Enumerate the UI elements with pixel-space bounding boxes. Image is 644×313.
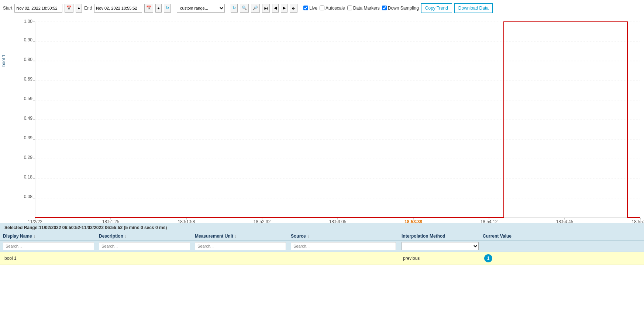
live-checkbox-group: Live [303, 6, 317, 11]
header-current-value: Current Value [483, 234, 557, 239]
end-clock-btn[interactable]: ● [155, 4, 162, 13]
search-display-name[interactable] [3, 242, 94, 250]
end-calendar-btn[interactable]: 📅 [144, 4, 153, 13]
download-data-button[interactable]: Download Data [454, 3, 493, 13]
svg-text:18:51:58: 18:51:58 [178, 219, 195, 223]
data-markers-checkbox[interactable] [347, 6, 352, 10]
header-description: Description ↕ [99, 234, 195, 239]
cell-current-value: 1 [483, 254, 557, 263]
last-btn[interactable]: ⏭ [290, 4, 297, 13]
zoom-in-btn[interactable]: 🔍 [240, 4, 249, 13]
search-interpolation-cell: previous linear [402, 242, 483, 250]
start-clock-btn[interactable]: ● [76, 4, 82, 13]
svg-text:18:51:25: 18:51:25 [102, 219, 120, 223]
cell-display-name: bool 1 [3, 255, 99, 262]
search-description[interactable] [99, 242, 190, 250]
down-sampling-checkbox[interactable] [382, 6, 387, 10]
table-section: Display Name ↕ Description ↕ Measurement… [0, 232, 644, 265]
sort-icon-source[interactable]: ↕ [307, 234, 309, 238]
search-source[interactable] [291, 242, 396, 250]
svg-text:18:55:18: 18:55:18 [632, 219, 644, 223]
header-source: Source ↕ [291, 234, 402, 239]
zoom-out-btn[interactable]: 🔎 [251, 4, 260, 13]
svg-text:0.80: 0.80 [24, 57, 33, 62]
svg-text:0.39: 0.39 [24, 135, 33, 140]
autoscale-checkbox-group: Autoscale [320, 6, 345, 11]
info-bar: Selected Range: 11/02/2022 06:50:52 - 11… [0, 223, 644, 232]
search-description-cell [99, 242, 195, 250]
refresh-btn[interactable]: ↻ [231, 4, 238, 13]
svg-text:0.90: 0.90 [24, 37, 33, 42]
sort-icon-description[interactable]: ↕ [125, 234, 127, 238]
info-prefix: Selected Range: [4, 225, 39, 230]
cell-measurement-unit [195, 258, 291, 259]
range-select[interactable]: custom range... [177, 4, 225, 13]
svg-text:18:54:45: 18:54:45 [556, 219, 574, 223]
down-sampling-checkbox-group: Down Sampling [382, 6, 419, 11]
table-row: bool 1 previous 1 [0, 252, 644, 265]
toolbar: Start 📅 ● End 📅 ● ↻ custom range... ↻ 🔍 … [0, 0, 644, 16]
svg-text:18:52:32: 18:52:32 [254, 219, 271, 223]
search-source-cell [291, 242, 402, 250]
header-display-name: Display Name ↕ [3, 234, 99, 239]
table-header-row: Display Name ↕ Description ↕ Measurement… [0, 232, 644, 241]
sort-icon-display-name[interactable]: ↕ [34, 234, 35, 238]
start-calendar-btn[interactable]: 📅 [65, 4, 73, 13]
svg-text:0.69: 0.69 [24, 76, 33, 82]
svg-text:18:54:12: 18:54:12 [481, 219, 498, 223]
sort-icon-measurement-unit[interactable]: ↕ [235, 234, 237, 238]
svg-text:11/2/22: 11/2/22 [28, 219, 42, 223]
svg-text:0.29: 0.29 [24, 155, 33, 160]
copy-trend-button[interactable]: Copy Trend [421, 3, 452, 13]
search-display-name-cell [3, 242, 99, 250]
chart-svg: bool 1 1.00 0.90 0.80 0.69 0.59 0.49 0.3… [0, 16, 644, 223]
end-datetime-input[interactable] [94, 4, 142, 13]
header-interpolation-method: Interpolation Method [402, 234, 483, 239]
search-current-value-cell [483, 242, 557, 250]
data-markers-checkbox-group: Data Markers [347, 6, 380, 11]
prev-btn[interactable]: ◀ [272, 4, 279, 13]
data-markers-label[interactable]: Data Markers [353, 6, 380, 11]
svg-text:0.18: 0.18 [24, 174, 33, 180]
live-label[interactable]: Live [309, 6, 317, 11]
apply-btn[interactable]: ↻ [164, 4, 171, 13]
chart-container: bool 1 1.00 0.90 0.80 0.69 0.59 0.49 0.3… [0, 16, 644, 223]
autoscale-label[interactable]: Autoscale [326, 6, 345, 11]
cell-source [291, 258, 402, 259]
svg-text:0.59: 0.59 [24, 96, 33, 101]
header-measurement-unit: Measurement Unit ↕ [195, 234, 291, 239]
svg-text:18:53:05: 18:53:05 [329, 219, 347, 223]
live-checkbox[interactable] [303, 6, 308, 10]
svg-text:18:53:38: 18:53:38 [404, 219, 422, 223]
start-datetime-input[interactable] [14, 4, 62, 13]
cell-description [99, 258, 195, 259]
info-range-end: 11/02/2022 06:55:52 [82, 225, 123, 230]
down-sampling-label[interactable]: Down Sampling [388, 6, 419, 11]
current-value-badge: 1 [484, 254, 492, 262]
info-range-start: 11/02/2022 06:50:52 [39, 225, 80, 230]
info-duration: (5 mins 0 secs 0 ms) [124, 225, 167, 230]
first-btn[interactable]: ⏮ [262, 4, 270, 13]
end-label: End [84, 6, 92, 11]
y-axis-label: bool 1 [1, 54, 6, 67]
svg-text:0.08: 0.08 [24, 194, 33, 199]
svg-text:0.49: 0.49 [24, 116, 33, 121]
search-row: previous linear [0, 241, 644, 252]
next-btn[interactable]: ▶ [281, 4, 287, 13]
cell-interpolation-method: previous [402, 255, 483, 262]
start-label: Start [3, 6, 12, 11]
search-measurement-unit[interactable] [195, 242, 286, 250]
autoscale-checkbox[interactable] [320, 6, 324, 10]
svg-text:1.00: 1.00 [24, 19, 33, 24]
search-measurement-unit-cell [195, 242, 291, 250]
interpolation-select[interactable]: previous linear [402, 242, 479, 250]
